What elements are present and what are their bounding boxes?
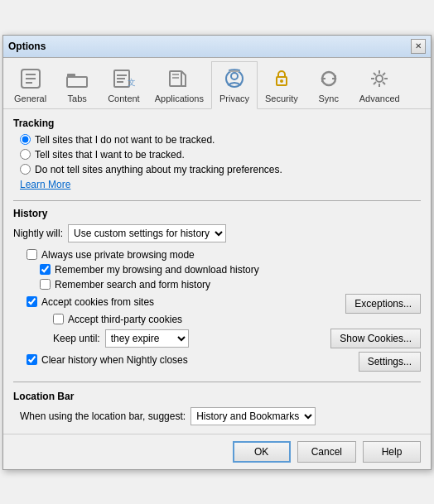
svg-rect-1	[26, 74, 36, 75]
settings-button[interactable]: Settings...	[359, 352, 421, 372]
privacy-tab-label: Privacy	[219, 94, 249, 103]
svg-point-18	[280, 79, 283, 83]
cancel-button[interactable]: Cancel	[297, 441, 356, 463]
close-button[interactable]: ✕	[411, 39, 426, 54]
clear-history-label: Clear history when Nightly closes	[41, 354, 188, 366]
always-private-label: Always use private browsing mode	[41, 249, 195, 261]
history-title: History	[13, 208, 421, 219]
tab-tabs[interactable]: Tabs	[54, 61, 100, 109]
content-icon: 文	[110, 65, 137, 92]
clear-history-row: Clear history when Nightly closes Settin…	[27, 352, 421, 372]
tracking-radio-3[interactable]	[20, 164, 31, 175]
content-tab-label: Content	[108, 94, 140, 103]
advanced-tab-label: Advanced	[359, 94, 400, 103]
accept-cookies-row: Accept cookies from sites Exceptions...	[27, 294, 421, 314]
accept-cookies-check-row: Accept cookies from sites	[27, 296, 154, 308]
remember-search-label: Remember search and form history	[55, 279, 210, 290]
dialog-title: Options	[8, 41, 46, 52]
tab-applications[interactable]: Applications	[147, 61, 211, 109]
tab-security[interactable]: Security	[258, 61, 306, 109]
tracking-option-1-row: Tell sites that I do not want to be trac…	[20, 134, 421, 146]
tracking-options: Tell sites that I do not want to be trac…	[20, 134, 421, 175]
accept-third-party-row: Accept third-party cookies	[53, 314, 421, 325]
tracking-radio-2[interactable]	[20, 149, 31, 160]
accept-third-party-label: Accept third-party cookies	[68, 314, 182, 325]
clear-history-check-row: Clear history when Nightly closes	[27, 354, 188, 366]
history-nightly-row: Nightly will: Use custom settings for hi…	[13, 224, 421, 242]
accept-third-party-checkbox[interactable]	[53, 314, 64, 324]
security-icon	[268, 65, 295, 92]
remember-browsing-checkbox[interactable]	[40, 264, 51, 275]
tracking-section: Tracking Tell sites that I do not want t…	[13, 118, 421, 190]
keep-until-label: Keep until:	[53, 333, 100, 344]
remember-browsing-label: Remember my browsing and download histor…	[55, 264, 259, 276]
accept-cookies-checkbox[interactable]	[27, 296, 37, 307]
svg-rect-5	[67, 77, 87, 87]
tab-content[interactable]: 文 Content	[100, 61, 147, 109]
tracking-label-1: Tell sites that I do not want to be trac…	[35, 134, 215, 146]
svg-point-19	[376, 75, 383, 82]
svg-line-26	[383, 73, 385, 75]
general-tab-label: General	[14, 94, 46, 103]
tracking-radio-1[interactable]	[20, 134, 31, 145]
options-dialog: Options ✕ General Tabs 文 Content App	[2, 35, 432, 470]
sync-tab-label: Sync	[319, 94, 339, 103]
tracking-option-2-row: Tell sites that I want to be tracked.	[20, 149, 421, 161]
svg-rect-3	[26, 82, 32, 84]
suggest-dropdown[interactable]: History and Bookmarks History Bookmarks …	[190, 407, 316, 425]
tracking-option-3-row: Do not tell sites anything about my trac…	[20, 164, 421, 175]
history-section: History Nightly will: Use custom setting…	[13, 208, 421, 372]
nightly-label: Nightly will:	[13, 228, 63, 239]
show-cookies-button[interactable]: Show Cookies...	[330, 329, 421, 348]
divider-2	[13, 382, 421, 382]
svg-point-15	[231, 73, 238, 79]
svg-text:文: 文	[128, 78, 135, 87]
svg-line-25	[383, 82, 385, 84]
history-dropdown[interactable]: Use custom settings for history Remember…	[68, 224, 226, 242]
svg-line-27	[374, 82, 376, 84]
svg-rect-8	[117, 78, 125, 79]
keep-until-dropdown[interactable]: they expire I close Firefox	[105, 329, 189, 348]
tab-sync[interactable]: Sync	[306, 61, 352, 109]
applications-tab-label: Applications	[155, 94, 204, 103]
always-private-checkbox[interactable]	[27, 249, 37, 260]
always-private-row: Always use private browsing mode	[27, 249, 421, 261]
tabs-icon	[64, 65, 90, 92]
advanced-icon	[366, 65, 393, 92]
security-tab-label: Security	[265, 94, 298, 103]
exceptions-button[interactable]: Exceptions...	[345, 294, 421, 314]
applications-icon	[166, 65, 192, 92]
help-button[interactable]: Help	[363, 441, 421, 463]
tabs-tab-label: Tabs	[68, 94, 87, 103]
tracking-title: Tracking	[13, 118, 421, 129]
remember-browsing-row: Remember my browsing and download histor…	[40, 264, 421, 276]
learn-more-link[interactable]: Learn More	[20, 179, 70, 190]
divider-1	[13, 200, 421, 201]
svg-rect-11	[170, 71, 181, 86]
tracking-label-2: Tell sites that I want to be tracked.	[35, 149, 185, 161]
suggest-label: When using the location bar, suggest:	[20, 410, 186, 422]
tracking-label-3: Do not tell sites anything about my trac…	[35, 164, 282, 175]
svg-rect-2	[26, 78, 36, 79]
tab-general[interactable]: General	[7, 61, 54, 109]
accept-cookies-label: Accept cookies from sites	[41, 296, 154, 308]
svg-rect-7	[117, 74, 127, 76]
button-bar: OK Cancel Help	[3, 434, 431, 469]
keep-until-row: Keep until: they expire I close Firefox	[53, 329, 189, 348]
privacy-icon	[221, 65, 248, 92]
sync-icon	[316, 65, 342, 92]
tab-privacy[interactable]: Privacy	[211, 61, 258, 109]
remember-search-checkbox[interactable]	[40, 279, 51, 290]
remember-search-row: Remember search and form history	[40, 279, 421, 290]
toolbar: General Tabs 文 Content Applications Priv…	[3, 58, 431, 109]
svg-rect-9	[117, 81, 123, 83]
location-bar-section: Location Bar When using the location bar…	[13, 391, 421, 425]
location-bar-suggest-row: When using the location bar, suggest: Hi…	[20, 407, 421, 425]
content-area: Tracking Tell sites that I do not want t…	[3, 109, 431, 434]
svg-line-24	[374, 73, 376, 75]
general-icon	[17, 65, 44, 92]
tab-advanced[interactable]: Advanced	[352, 61, 407, 109]
location-bar-title: Location Bar	[13, 391, 421, 402]
ok-button[interactable]: OK	[233, 441, 291, 463]
clear-history-checkbox[interactable]	[27, 354, 37, 365]
